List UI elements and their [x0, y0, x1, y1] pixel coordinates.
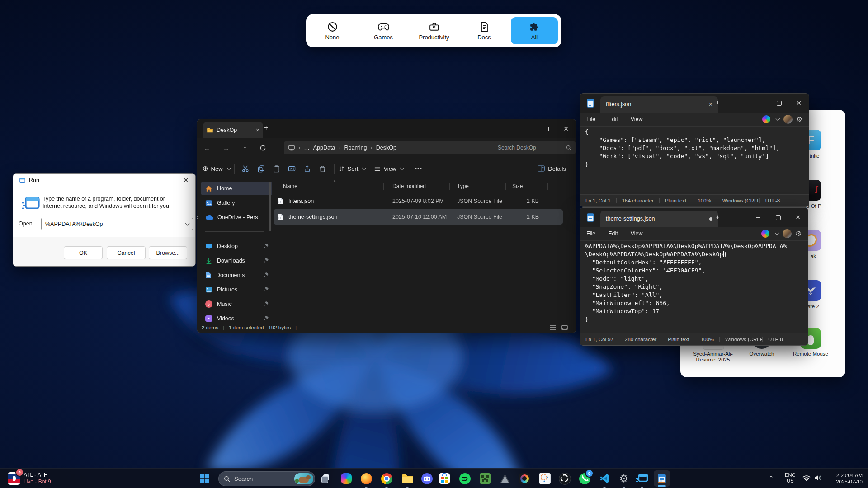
- menu-file[interactable]: File: [580, 230, 602, 237]
- chrome-button[interactable]: [378, 470, 395, 487]
- forward-icon[interactable]: →: [221, 144, 231, 152]
- explorer-search-input[interactable]: Search DeskOp: [494, 141, 576, 154]
- sidebar-item-videos[interactable]: ▶ Videos: [201, 312, 272, 322]
- paste-icon[interactable]: [269, 165, 284, 173]
- minimize-button[interactable]: [749, 94, 769, 113]
- taskbar-widget[interactable]: 2 ATL - ATH Live - Bot 9: [5, 469, 72, 488]
- taskbar-search-input[interactable]: Search: [218, 471, 315, 486]
- filter-all[interactable]: All: [511, 17, 558, 44]
- vscode-button[interactable]: [596, 470, 613, 487]
- share-icon[interactable]: [300, 165, 315, 173]
- maximize-button[interactable]: [536, 119, 556, 138]
- thumbnail-view-toggle-icon[interactable]: [561, 325, 568, 330]
- sidebar-item-gallery[interactable]: Gallery: [201, 196, 272, 210]
- avatar[interactable]: [783, 115, 793, 124]
- details-button[interactable]: Details: [538, 165, 566, 172]
- notepad-tab[interactable]: theme-settings.json: [600, 211, 718, 227]
- new-tab-button[interactable]: +: [264, 124, 268, 132]
- copilot-icon[interactable]: [762, 115, 770, 123]
- sidebar-item-onedrive[interactable]: › OneDrive - Pers: [201, 211, 272, 224]
- launcher-label[interactable]: Remote Mouse: [786, 351, 835, 357]
- notepad-app-button[interactable]: [654, 470, 670, 487]
- volume-icon[interactable]: [814, 474, 822, 481]
- copy-icon[interactable]: [254, 165, 269, 173]
- this-pc-icon[interactable]: [288, 145, 295, 151]
- filter-none[interactable]: None: [309, 17, 356, 44]
- cut-icon[interactable]: [238, 165, 254, 173]
- column-size[interactable]: Size: [512, 183, 523, 189]
- discord-button[interactable]: [419, 470, 435, 487]
- close-button[interactable]: ✕: [788, 208, 808, 227]
- snipping-tool-button[interactable]: [537, 470, 553, 487]
- tray-language[interactable]: ENGUS: [782, 472, 798, 484]
- cancel-button[interactable]: Cancel: [107, 246, 146, 259]
- file-row-theme-settings[interactable]: { } theme-settings.json 2025-07-10 12:00…: [274, 209, 563, 225]
- notepad-tab[interactable]: filters.json ×: [600, 96, 718, 113]
- tab-close-icon[interactable]: ×: [256, 127, 259, 134]
- new-button[interactable]: ⊕ New: [203, 164, 231, 173]
- gear-icon[interactable]: ⚙: [796, 230, 802, 238]
- rename-icon[interactable]: A: [284, 165, 300, 173]
- file-explorer-button[interactable]: [399, 470, 415, 487]
- breadcrumb-appdata[interactable]: AppData: [313, 145, 335, 151]
- notepad-text-area[interactable]: { "Games": ["steam", "epic", "riot", "la…: [585, 128, 806, 169]
- close-icon[interactable]: ✕: [181, 175, 191, 185]
- copilot-icon[interactable]: [761, 230, 769, 238]
- breadcrumb-roaming[interactable]: Roaming: [344, 145, 367, 151]
- settings-button[interactable]: ⚙: [616, 470, 632, 487]
- sidebar-item-desktop[interactable]: Desktop: [201, 239, 272, 253]
- minimize-button[interactable]: [516, 119, 536, 138]
- sidebar-item-documents[interactable]: Documents: [201, 268, 272, 282]
- chevron-down-icon[interactable]: [774, 231, 779, 235]
- details-view-toggle-icon[interactable]: [550, 325, 556, 330]
- launcher-label[interactable]: Overwatch: [739, 351, 784, 357]
- view-button[interactable]: View: [374, 165, 404, 172]
- task-view-button[interactable]: [317, 470, 334, 487]
- maximize-button[interactable]: [769, 94, 789, 113]
- close-button[interactable]: ✕: [556, 119, 576, 138]
- ok-button[interactable]: OK: [64, 246, 103, 259]
- gear-icon[interactable]: ⚙: [797, 115, 802, 123]
- ms-store-button[interactable]: [436, 470, 453, 487]
- start-button[interactable]: [196, 470, 212, 487]
- wifi-icon[interactable]: [802, 475, 811, 481]
- breadcrumb-ellipsis[interactable]: …: [304, 145, 310, 151]
- run-titlebar[interactable]: Run ✕: [13, 174, 195, 187]
- breadcrumb-deskop[interactable]: DeskOp: [376, 145, 396, 151]
- column-date[interactable]: Date modified: [392, 183, 426, 189]
- sidebar-scrollbar[interactable]: [269, 182, 271, 231]
- delete-icon[interactable]: [315, 165, 330, 173]
- explorer-tab[interactable]: DeskOp ×: [203, 122, 263, 138]
- notepad-text-area[interactable]: %APPDATA%\DeskOp%APPDATA%\DeskOp%APPDATA…: [585, 242, 805, 324]
- davinci-resolve-button[interactable]: [516, 470, 533, 487]
- avatar[interactable]: [783, 229, 792, 238]
- tray-clock[interactable]: 12:20:04 AM 2025-07-10: [826, 472, 863, 485]
- firefox-button[interactable]: [358, 470, 374, 487]
- menu-file[interactable]: File: [580, 116, 602, 122]
- filter-games[interactable]: Games: [360, 17, 407, 44]
- column-name[interactable]: Name: [283, 183, 297, 189]
- expander-chevron-icon[interactable]: ›: [197, 214, 198, 221]
- sidebar-item-home[interactable]: Home: [201, 182, 272, 195]
- whatsapp-button[interactable]: 9: [576, 470, 593, 487]
- file-row-filters[interactable]: { } filters.json 2025-07-09 8:02 PM JSON…: [274, 193, 563, 209]
- browse-button[interactable]: Browse...: [149, 246, 187, 259]
- more-options-icon[interactable]: •••: [415, 165, 422, 172]
- menu-view[interactable]: View: [624, 116, 649, 122]
- up-icon[interactable]: ↑: [240, 144, 250, 152]
- tray-chevron-up-icon[interactable]: ⌃: [769, 474, 774, 482]
- column-type[interactable]: Type: [457, 183, 469, 189]
- filter-docs[interactable]: Docs: [461, 17, 508, 44]
- sidebar-item-pictures[interactable]: Pictures: [201, 283, 272, 296]
- refresh-icon[interactable]: [259, 145, 266, 151]
- launcher-label[interactable]: Syed-Ammar-Ali-Resume_2025: [688, 351, 738, 363]
- copilot-button[interactable]: [338, 470, 354, 487]
- filter-productivity[interactable]: Productivity: [410, 17, 458, 44]
- minecraft-button[interactable]: [477, 470, 493, 487]
- sort-button[interactable]: Sort: [338, 165, 366, 172]
- chevron-down-icon[interactable]: [775, 117, 780, 121]
- close-button[interactable]: ✕: [789, 94, 809, 113]
- spotify-button[interactable]: [457, 470, 473, 487]
- new-tab-button[interactable]: +: [716, 213, 720, 221]
- run-app-button[interactable]: [634, 470, 650, 487]
